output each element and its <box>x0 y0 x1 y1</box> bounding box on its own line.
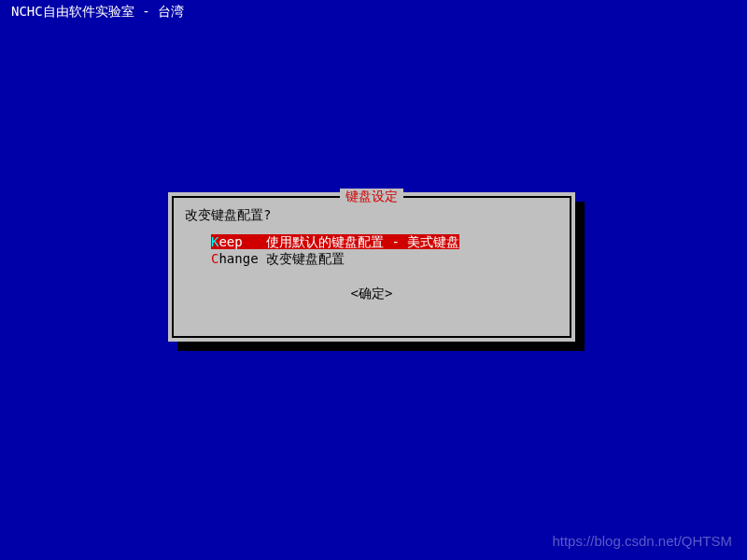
option-keep-label: 使用默认的键盘配置 - 美式键盘 <box>266 234 459 249</box>
header-title: NCHC自由软件实验室 - 台湾 <box>11 4 184 19</box>
dialog-wrapper: 键盘设定 改变键盘配置? Keep 使用默认的键盘配置 - 美式键盘 Chang… <box>168 192 575 342</box>
dialog-prompt: 改变键盘配置? <box>185 207 558 224</box>
option-change[interactable]: Change 改变键盘配置 <box>211 250 558 267</box>
option-change-label: 改变键盘配置 <box>266 251 345 266</box>
dialog-border: 键盘设定 改变键盘配置? Keep 使用默认的键盘配置 - 美式键盘 Chang… <box>172 196 571 338</box>
dialog-content: 改变键盘配置? Keep 使用默认的键盘配置 - 美式键盘 Change 改变键… <box>174 198 570 312</box>
options-list: Keep 使用默认的键盘配置 - 美式键盘 Change 改变键盘配置 <box>211 233 558 267</box>
option-keep[interactable]: Keep 使用默认的键盘配置 - 美式键盘 <box>211 233 558 250</box>
page-header: NCHC自由软件实验室 - 台湾 <box>0 0 747 24</box>
confirm-button[interactable]: <确定> <box>185 286 558 302</box>
dialog-title: 键盘设定 <box>340 189 403 205</box>
option-keep-keyrest: eep <box>218 234 242 249</box>
keyboard-dialog: 键盘设定 改变键盘配置? Keep 使用默认的键盘配置 - 美式键盘 Chang… <box>168 192 575 342</box>
watermark: https://blog.csdn.net/QHTSM <box>552 533 732 549</box>
option-change-keyrest: hange <box>218 251 258 266</box>
